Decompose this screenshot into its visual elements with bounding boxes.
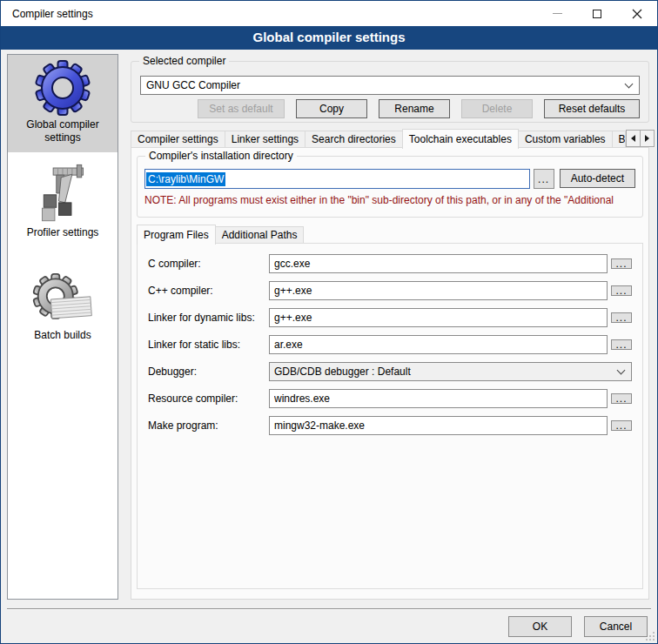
selected-compiler-value: GNU GCC Compiler (146, 79, 626, 91)
chevron-down-icon (625, 79, 634, 88)
window-controls (537, 1, 657, 26)
field-row-resource-compiler: Resource compiler: ... (148, 389, 632, 408)
close-button[interactable] (617, 1, 657, 26)
tab-compiler-settings[interactable]: Compiler settings (131, 131, 225, 148)
resize-grip[interactable] (645, 631, 655, 641)
footer-divider (7, 608, 651, 610)
dynamic-linker-label: Linker for dynamic libs: (148, 312, 269, 324)
maximize-button[interactable] (577, 1, 617, 26)
installation-directory-browse-button[interactable]: ... (534, 169, 554, 189)
ok-button[interactable]: OK (508, 616, 572, 637)
installation-directory-label: Compiler's installation directory (145, 150, 297, 162)
delete-button[interactable]: Delete (461, 99, 533, 118)
auto-detect-button[interactable]: Auto-detect (560, 169, 635, 188)
resource-compiler-browse-button[interactable]: ... (611, 393, 632, 404)
minimize-icon (553, 13, 562, 14)
blue-gear-icon (35, 60, 91, 116)
tab-search-directories[interactable]: Search directories (305, 131, 403, 148)
tab-build-options[interactable]: Build (612, 131, 626, 148)
sidebar-item-global-compiler-settings[interactable]: Global compiler settings (8, 55, 118, 152)
selected-compiler-group-label: Selected compiler (139, 55, 229, 67)
arrow-right-icon (645, 135, 649, 142)
sidebar-item-label: Profiler settings (27, 226, 99, 239)
make-program-browse-button[interactable]: ... (611, 420, 632, 431)
gray-gear-stack-icon (31, 272, 94, 326)
sidebar-item-label: Global compiler settings (25, 118, 100, 144)
field-row-cpp-compiler: C++ compiler: ... (148, 281, 632, 300)
set-as-default-button[interactable]: Set as default (198, 99, 285, 118)
debugger-value: GDB/CDB debugger : Default (274, 366, 618, 378)
cancel-button[interactable]: Cancel (584, 616, 648, 637)
selected-compiler-group: Selected compiler GNU GCC Compiler Set a… (131, 61, 649, 123)
tab-scroll-right-button[interactable] (640, 130, 655, 147)
tab-scroll-buttons (626, 130, 654, 147)
compiler-buttons-row: Set as default Copy Rename Delete Reset … (140, 99, 640, 118)
field-row-make-program: Make program: ... (148, 416, 632, 435)
dynamic-linker-browse-button[interactable]: ... (611, 312, 632, 323)
field-row-dynamic-linker: Linker for dynamic libs: ... (148, 308, 632, 327)
static-linker-label: Linker for static libs: (148, 339, 269, 351)
settings-tab-bar: Compiler settings Linker settings Search… (131, 128, 648, 148)
toolchain-executables-page: Compiler's installation directory C:\ray… (131, 147, 649, 600)
debugger-label: Debugger: (148, 366, 269, 378)
maximize-icon (593, 10, 601, 18)
cpp-compiler-label: C++ compiler: (148, 285, 269, 297)
caliper-icon (37, 163, 88, 224)
cpp-compiler-input[interactable] (269, 281, 608, 300)
c-compiler-browse-button[interactable]: ... (611, 258, 632, 269)
tab-toolchain-executables[interactable]: Toolchain executables (402, 129, 519, 149)
resource-compiler-label: Resource compiler: (148, 392, 269, 405)
sidebar-item-label: Batch builds (34, 329, 91, 342)
field-row-debugger: Debugger: GDB/CDB debugger : Default (148, 362, 632, 381)
dialog-banner-title: Global compiler settings (1, 26, 657, 50)
subtab-additional-paths[interactable]: Additional Paths (215, 226, 305, 244)
dynamic-linker-input[interactable] (269, 308, 608, 327)
installation-directory-row: C:\raylib\MinGW ... Auto-detect (144, 169, 635, 189)
sidebar-item-batch-builds[interactable]: Batch builds (8, 246, 118, 349)
make-program-label: Make program: (148, 419, 269, 432)
field-row-static-linker: Linker for static libs: ... (148, 335, 632, 354)
program-files-page: C compiler: ... C++ compiler: ... Linker… (137, 243, 643, 589)
reset-defaults-button[interactable]: Reset defaults (544, 99, 640, 118)
resource-compiler-input[interactable] (269, 389, 608, 408)
settings-category-list: Global compiler settings Profiler settin… (7, 54, 118, 600)
installation-directory-group: Compiler's installation directory C:\ray… (137, 156, 643, 218)
static-linker-input[interactable] (269, 335, 608, 354)
c-compiler-label: C compiler: (148, 258, 269, 270)
installation-directory-input[interactable]: C:\raylib\MinGW (144, 169, 530, 189)
copy-button[interactable]: Copy (296, 99, 367, 118)
bin-subdirectory-note: NOTE: All programs must exist either in … (144, 194, 648, 206)
minimize-button[interactable] (537, 1, 577, 26)
tab-custom-variables[interactable]: Custom variables (518, 131, 613, 148)
selected-compiler-dropdown[interactable]: GNU GCC Compiler (140, 76, 640, 95)
chevron-down-icon (617, 366, 626, 374)
c-compiler-input[interactable] (269, 254, 608, 273)
subtab-program-files[interactable]: Program Files (137, 225, 216, 245)
tab-scroll-left-button[interactable] (626, 130, 641, 147)
installation-directory-value: C:\raylib\MinGW (146, 172, 225, 186)
static-linker-browse-button[interactable]: ... (611, 339, 632, 350)
compiler-settings-dialog: Compiler settings Global compiler settin… (0, 0, 658, 644)
close-icon (632, 9, 642, 19)
field-row-c-compiler: C compiler: ... (148, 254, 632, 273)
tab-linker-settings[interactable]: Linker settings (225, 131, 306, 148)
arrow-left-icon (631, 135, 635, 142)
rename-button[interactable]: Rename (379, 99, 450, 118)
cpp-compiler-browse-button[interactable]: ... (611, 285, 632, 296)
make-program-input[interactable] (269, 416, 608, 435)
window-title: Compiler settings (1, 8, 93, 20)
program-subtab-bar: Program Files Additional Paths (137, 224, 641, 244)
sidebar-item-profiler-settings[interactable]: Profiler settings (8, 152, 118, 246)
title-bar[interactable]: Compiler settings (1, 1, 657, 26)
debugger-dropdown[interactable]: GDB/CDB debugger : Default (269, 362, 632, 381)
